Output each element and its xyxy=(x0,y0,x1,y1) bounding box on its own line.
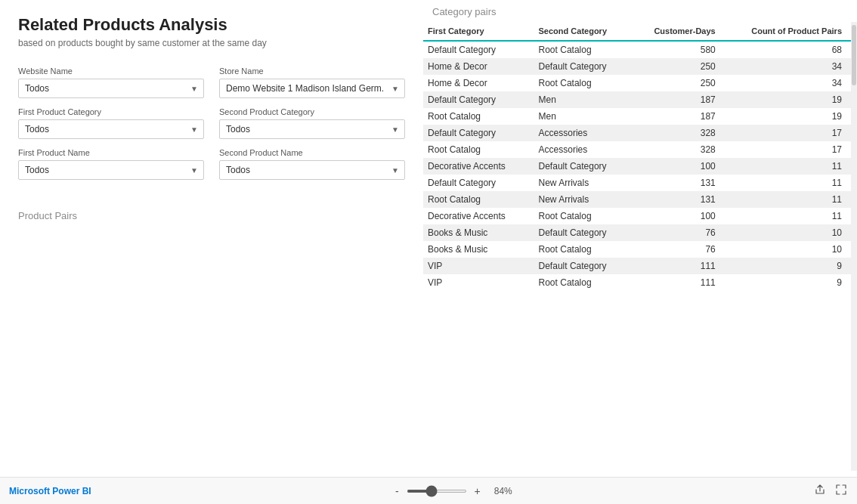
second-category-cell: New Arrivals xyxy=(534,191,634,208)
customer-days-cell: 76 xyxy=(633,224,725,241)
first-category-cell: Home & Decor xyxy=(423,75,534,91)
share-icon[interactable] xyxy=(813,483,827,499)
table-row: Root CatalogMen18719 xyxy=(423,108,851,125)
bottom-bar: Microsoft Power BI - + 84% xyxy=(0,477,857,504)
second-product-name-label: Second Product Name xyxy=(219,148,405,157)
first-product-name-select[interactable]: Todos xyxy=(18,160,204,180)
customer-days-cell: 580 xyxy=(633,41,725,58)
second-category-cell: Men xyxy=(534,108,634,125)
first-category-cell: Books & Music xyxy=(423,241,534,258)
first-category-cell: Default Category xyxy=(423,175,534,191)
store-name-label: Store Name xyxy=(219,66,405,76)
first-product-name-select-wrapper[interactable]: Todos ▼ xyxy=(18,160,204,180)
first-product-category-select-wrapper[interactable]: Todos ▼ xyxy=(18,119,204,139)
count-cell: 34 xyxy=(725,75,851,91)
filter-grid: Website Name Todos ▼ Store Name Demo Web… xyxy=(18,66,405,180)
col-count[interactable]: Count of Product Pairs xyxy=(725,22,851,41)
second-category-cell: Default Category xyxy=(534,224,634,241)
second-category-cell: Root Catalog xyxy=(534,75,634,91)
table-row: Decorative AccentsDefault Category10011 xyxy=(423,158,851,175)
store-name-select[interactable]: Demo Website 1 Madison Island Germ... xyxy=(219,79,405,98)
count-cell: 17 xyxy=(725,125,851,141)
second-product-name-filter: Second Product Name Todos ▼ xyxy=(219,148,405,180)
page-subtitle: based on products bought by same custome… xyxy=(18,38,405,48)
count-cell: 10 xyxy=(725,224,851,241)
table-row: Root CatalogAccessories32817 xyxy=(423,141,851,158)
count-cell: 11 xyxy=(725,175,851,191)
table-row: Home & DecorRoot Catalog25034 xyxy=(423,75,851,91)
count-cell: 19 xyxy=(725,108,851,125)
count-cell: 11 xyxy=(725,158,851,175)
table-header-row: First Category Second Category Customer-… xyxy=(423,22,851,41)
first-category-cell: Decorative Accents xyxy=(423,158,534,175)
count-cell: 10 xyxy=(725,241,851,258)
col-first-category[interactable]: First Category xyxy=(423,22,534,41)
second-product-name-select-wrapper[interactable]: Todos ▼ xyxy=(219,160,405,180)
vertical-scrollbar[interactable] xyxy=(851,22,857,471)
table-area: First Category Second Category Customer-… xyxy=(423,22,857,471)
count-cell: 19 xyxy=(725,91,851,108)
second-product-category-select-wrapper[interactable]: Todos ▼ xyxy=(219,119,405,139)
table-row: Default CategoryMen18719 xyxy=(423,91,851,108)
table-row: Books & MusicDefault Category7610 xyxy=(423,224,851,241)
zoom-in-button[interactable]: + xyxy=(472,485,484,497)
first-category-cell: VIP xyxy=(423,274,534,291)
first-category-cell: Default Category xyxy=(423,91,534,108)
count-cell: 11 xyxy=(725,208,851,224)
second-product-name-select[interactable]: Todos xyxy=(219,160,405,180)
website-name-select-wrapper[interactable]: Todos ▼ xyxy=(18,79,204,98)
first-product-category-filter: First Product Category Todos ▼ xyxy=(18,107,204,139)
power-bi-link[interactable]: Microsoft Power BI xyxy=(9,486,91,496)
table-row: Root CatalogNew Arrivals13111 xyxy=(423,191,851,208)
col-second-category[interactable]: Second Category xyxy=(534,22,634,41)
count-cell: 34 xyxy=(725,58,851,75)
second-product-category-select[interactable]: Todos xyxy=(219,119,405,139)
customer-days-cell: 111 xyxy=(633,274,725,291)
second-category-cell: Root Catalog xyxy=(534,274,634,291)
first-category-cell: Default Category xyxy=(423,125,534,141)
customer-days-cell: 131 xyxy=(633,175,725,191)
category-pairs-title: Category pairs xyxy=(423,6,857,22)
second-category-cell: Men xyxy=(534,91,634,108)
page-title: Related Products Analysis xyxy=(18,15,405,35)
col-customer-days[interactable]: Customer-Days xyxy=(633,22,725,41)
category-pairs-table-container[interactable]: First Category Second Category Customer-… xyxy=(423,22,851,471)
customer-days-cell: 250 xyxy=(633,58,725,75)
table-row: Decorative AccentsRoot Catalog10011 xyxy=(423,208,851,224)
first-category-cell: Root Catalog xyxy=(423,108,534,125)
website-name-select[interactable]: Todos xyxy=(18,79,204,98)
first-category-cell: Home & Decor xyxy=(423,58,534,75)
right-panel: Category pairs First Category Second Cat… xyxy=(423,0,857,477)
first-product-category-select[interactable]: Todos xyxy=(18,119,204,139)
second-category-cell: Accessories xyxy=(534,141,634,158)
second-category-cell: Default Category xyxy=(534,58,634,75)
zoom-slider[interactable] xyxy=(407,490,467,493)
product-pairs-label: Product Pairs xyxy=(18,210,405,221)
first-category-cell: Default Category xyxy=(423,41,534,58)
zoom-value: 84% xyxy=(488,486,512,496)
second-product-category-filter: Second Product Category Todos ▼ xyxy=(219,107,405,139)
website-name-label: Website Name xyxy=(18,66,204,76)
table-row: VIPDefault Category1119 xyxy=(423,258,851,274)
customer-days-cell: 76 xyxy=(633,241,725,258)
second-product-category-label: Second Product Category xyxy=(219,107,405,116)
second-category-cell: Root Catalog xyxy=(534,241,634,258)
scrollbar-thumb xyxy=(852,25,856,85)
zoom-out-button[interactable]: - xyxy=(392,485,402,497)
store-name-select-wrapper[interactable]: Demo Website 1 Madison Island Germ... ▼ xyxy=(219,79,405,98)
count-cell: 68 xyxy=(725,41,851,58)
count-cell: 9 xyxy=(725,258,851,274)
table-body: Default CategoryRoot Catalog58068Home & … xyxy=(423,41,851,291)
customer-days-cell: 131 xyxy=(633,191,725,208)
count-cell: 11 xyxy=(725,191,851,208)
expand-icon[interactable] xyxy=(834,483,848,499)
store-name-filter: Store Name Demo Website 1 Madison Island… xyxy=(219,66,405,98)
customer-days-cell: 187 xyxy=(633,108,725,125)
table-row: Default CategoryNew Arrivals13111 xyxy=(423,175,851,191)
customer-days-cell: 250 xyxy=(633,75,725,91)
second-category-cell: Default Category xyxy=(534,258,634,274)
first-product-category-label: First Product Category xyxy=(18,107,204,116)
second-category-cell: Root Catalog xyxy=(534,208,634,224)
first-category-cell: VIP xyxy=(423,258,534,274)
table-row: Home & DecorDefault Category25034 xyxy=(423,58,851,75)
